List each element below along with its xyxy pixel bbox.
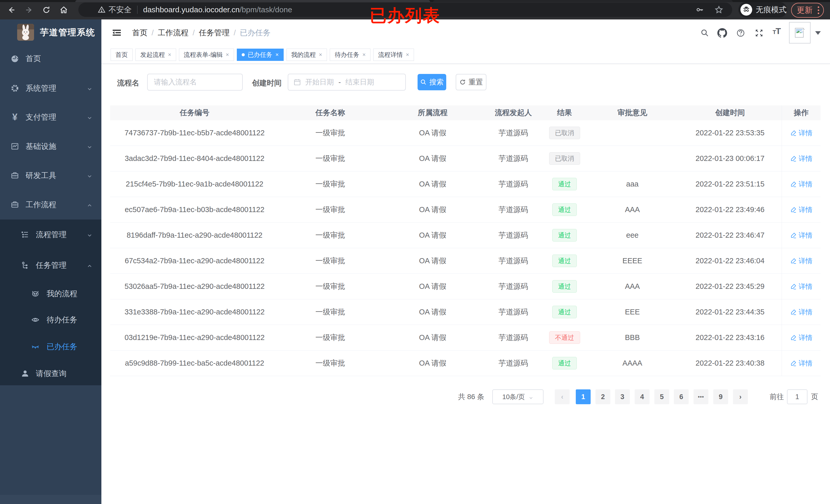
tab-home[interactable]: 首页	[110, 48, 133, 61]
page-button-5[interactable]: 5	[655, 390, 669, 404]
create-time: 2022-01-22 23:46:47	[678, 223, 781, 248]
detail-link[interactable]: 详情	[790, 154, 812, 163]
user-icon	[21, 369, 30, 378]
sidebar-item-task-mgmt[interactable]: 任务管理	[0, 251, 101, 279]
process-name-input[interactable]	[147, 74, 243, 91]
sidebar-item-process-mgmt[interactable]: 流程管理	[0, 221, 101, 249]
tab-form-edit[interactable]: 流程表单-编辑×	[179, 48, 234, 61]
page-button-1[interactable]: 1	[576, 390, 590, 404]
tab-todo-task[interactable]: 待办任务×	[330, 48, 371, 61]
page-button-9[interactable]: 9	[713, 390, 728, 404]
page-button-3[interactable]: 3	[615, 390, 630, 404]
tab-done-task[interactable]: 已办任务×	[237, 48, 284, 61]
sidebar-item-devtools[interactable]: 研发工具	[0, 161, 101, 190]
create-time-label: 创建时间	[252, 78, 282, 88]
sidebar-item-my-process[interactable]: 我的流程	[0, 280, 101, 308]
process-name-label: 流程名	[117, 78, 139, 88]
page-button-6[interactable]: 6	[674, 390, 689, 404]
breadcrumb-item[interactable]: 工作流程	[158, 28, 188, 38]
sidebar-logo[interactable]: 芋道管理系统	[0, 20, 101, 47]
tab-my-process[interactable]: 我的流程×	[286, 48, 327, 61]
tab-close-icon[interactable]: ×	[319, 52, 322, 58]
tab-close-icon[interactable]: ×	[276, 52, 279, 58]
table-header-row: 任务编号 任务名称 所属流程 流程发起人 结果 审批意见 创建时间 操作	[110, 105, 821, 120]
tab-close-icon[interactable]: ×	[226, 52, 229, 58]
prev-page-button[interactable]: ‹	[555, 390, 570, 404]
column-header: 审批意见	[586, 105, 678, 120]
sidebar-item-done-task[interactable]: 已办任务	[0, 333, 101, 361]
tab-close-icon[interactable]: ×	[406, 52, 409, 58]
avatar[interactable]	[789, 22, 810, 43]
font-size-icon[interactable]: TT	[773, 26, 783, 36]
search-button[interactable]: 搜索	[418, 74, 446, 90]
logo-rabbit-image	[17, 24, 34, 41]
result-badge: 通过	[552, 229, 577, 241]
approve-comment: AAAA	[586, 350, 678, 376]
task-id: 74736737-7b9b-11ec-b5b7-acde48001122	[110, 120, 279, 145]
pencil-icon	[790, 309, 797, 315]
page-button-2[interactable]: 2	[596, 390, 610, 404]
tab-label: 流程表单-编辑	[184, 51, 223, 59]
security-warning[interactable]: 不安全	[98, 5, 132, 15]
date-range-picker[interactable]: 开始日期 - 结束日期	[288, 74, 406, 91]
next-page-button[interactable]: ›	[733, 390, 748, 404]
process-name: OA 请假	[381, 350, 484, 376]
home-icon[interactable]	[59, 6, 68, 14]
detail-link[interactable]: 详情	[790, 128, 812, 138]
browser-menu-icon[interactable]	[818, 6, 819, 14]
goto-page-input[interactable]	[787, 390, 807, 404]
sidebar-item-pay[interactable]: ¥ 支付管理	[0, 103, 101, 131]
detail-link[interactable]: 详情	[790, 179, 812, 189]
task-name: 一级审批	[279, 274, 381, 299]
bookmark-star-icon[interactable]	[714, 5, 724, 14]
tab-start-process[interactable]: 发起流程×	[135, 48, 176, 61]
detail-link[interactable]: 详情	[790, 333, 812, 342]
process-starter: 芋道源码	[484, 350, 543, 376]
sidebar-item-workflow[interactable]: 工作流程	[0, 191, 101, 219]
result-badge: 通过	[552, 203, 577, 216]
detail-link[interactable]: 详情	[790, 205, 812, 214]
detail-link[interactable]: 详情	[790, 307, 812, 317]
page-size-select[interactable]: 10条/页	[492, 390, 544, 404]
tab-close-icon[interactable]: ×	[168, 52, 171, 58]
help-icon[interactable]	[736, 28, 746, 38]
table-row: ec507ae6-7b9a-11ec-b03b-acde48001122 一级审…	[110, 197, 821, 223]
detail-link[interactable]: 详情	[790, 282, 812, 291]
approve-comment: eee	[586, 223, 678, 248]
fullscreen-icon[interactable]	[754, 28, 764, 38]
more-pages-button[interactable]: •••	[694, 390, 708, 404]
forward-icon[interactable]	[25, 6, 33, 14]
sidebar-item-home[interactable]: 首页	[0, 44, 101, 73]
pencil-icon	[790, 181, 797, 188]
back-icon[interactable]	[7, 6, 16, 14]
update-button[interactable]: 更新	[791, 3, 824, 18]
detail-link[interactable]: 详情	[790, 359, 812, 368]
sidebar-collapse-icon[interactable]	[111, 28, 122, 38]
create-time: 2022-01-22 23:53:35	[678, 120, 781, 145]
reload-icon[interactable]	[42, 6, 51, 14]
column-header: 任务编号	[110, 105, 279, 120]
header-search-icon[interactable]	[700, 28, 710, 38]
detail-link[interactable]: 详情	[790, 231, 812, 240]
pagination-total: 共 86 条	[458, 390, 484, 404]
sidebar-item-leave-query[interactable]: 请假查询	[0, 360, 101, 388]
sidebar-item-infra[interactable]: 基础设施	[0, 132, 101, 160]
detail-link[interactable]: 详情	[790, 256, 812, 266]
page-button-4[interactable]: 4	[635, 390, 649, 404]
tab-close-icon[interactable]: ×	[362, 52, 365, 58]
task-id: 67c534a2-7b9a-11ec-a290-acde48001122	[110, 248, 279, 273]
breadcrumb-item[interactable]: 首页	[132, 28, 148, 38]
key-icon[interactable]	[695, 5, 704, 14]
breadcrumb-item[interactable]: 任务管理	[199, 28, 230, 38]
process-name: OA 请假	[381, 171, 484, 197]
tab-process-detail[interactable]: 流程详情×	[373, 48, 414, 61]
avatar-dropdown-caret[interactable]	[815, 31, 821, 35]
reset-button[interactable]: 重置	[456, 74, 486, 90]
sidebar-item-todo-task[interactable]: 待办任务	[0, 306, 101, 334]
column-header: 流程发起人	[484, 105, 543, 120]
sidebar: 芋道管理系统 首页 系统管理 ¥ 支付管理 基础设施 研发工具	[0, 20, 101, 504]
process-name: OA 请假	[381, 325, 484, 350]
github-icon[interactable]	[717, 28, 728, 38]
sidebar-item-system[interactable]: 系统管理	[0, 74, 101, 102]
table-row: 331e3388-7b9a-11ec-a290-acde48001122 一级审…	[110, 299, 821, 325]
